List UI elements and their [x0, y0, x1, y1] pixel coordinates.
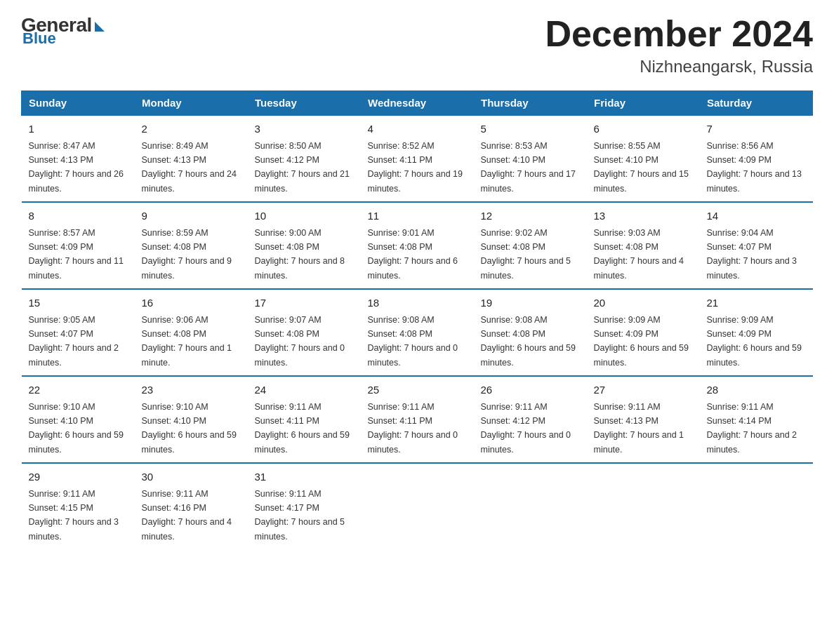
- day-number: 31: [255, 469, 354, 485]
- day-number: 2: [142, 121, 241, 137]
- page-header: General Blue December 2024 Nizhneangarsk…: [21, 14, 813, 76]
- calendar-cell: 14 Sunrise: 9:04 AMSunset: 4:07 PMDaylig…: [700, 202, 813, 289]
- calendar-cell: 31 Sunrise: 9:11 AMSunset: 4:17 PMDaylig…: [248, 463, 361, 549]
- day-info: Sunrise: 8:52 AMSunset: 4:11 PMDaylight:…: [368, 141, 463, 194]
- day-info: Sunrise: 9:10 AMSunset: 4:10 PMDaylight:…: [142, 402, 237, 455]
- day-info: Sunrise: 9:11 AMSunset: 4:14 PMDaylight:…: [707, 402, 797, 455]
- calendar-cell: 9 Sunrise: 8:59 AMSunset: 4:08 PMDayligh…: [135, 202, 248, 289]
- day-info: Sunrise: 8:49 AMSunset: 4:13 PMDaylight:…: [142, 141, 237, 194]
- day-info: Sunrise: 9:01 AMSunset: 4:08 PMDaylight:…: [368, 228, 458, 281]
- location-title: Nizhneangarsk, Russia: [545, 57, 813, 76]
- calendar-cell: 4 Sunrise: 8:52 AMSunset: 4:11 PMDayligh…: [361, 115, 474, 202]
- day-info: Sunrise: 8:53 AMSunset: 4:10 PMDaylight:…: [481, 141, 576, 194]
- calendar-week-row: 15 Sunrise: 9:05 AMSunset: 4:07 PMDaylig…: [22, 289, 813, 376]
- day-number: 12: [481, 208, 580, 224]
- calendar-header-row: SundayMondayTuesdayWednesdayThursdayFrid…: [22, 91, 813, 116]
- day-info: Sunrise: 9:11 AMSunset: 4:11 PMDaylight:…: [368, 402, 458, 455]
- day-number: 4: [368, 121, 467, 137]
- day-info: Sunrise: 9:11 AMSunset: 4:15 PMDaylight:…: [29, 489, 119, 542]
- calendar-cell: 23 Sunrise: 9:10 AMSunset: 4:10 PMDaylig…: [135, 376, 248, 463]
- day-number: 7: [707, 121, 806, 137]
- calendar-cell: 7 Sunrise: 8:56 AMSunset: 4:09 PMDayligh…: [700, 115, 813, 202]
- day-info: Sunrise: 8:56 AMSunset: 4:09 PMDaylight:…: [707, 141, 802, 194]
- calendar-cell: 27 Sunrise: 9:11 AMSunset: 4:13 PMDaylig…: [587, 376, 700, 463]
- day-number: 29: [29, 469, 128, 485]
- calendar-cell: 21 Sunrise: 9:09 AMSunset: 4:09 PMDaylig…: [700, 289, 813, 376]
- day-number: 14: [707, 208, 806, 224]
- day-info: Sunrise: 8:55 AMSunset: 4:10 PMDaylight:…: [594, 141, 689, 194]
- day-info: Sunrise: 9:04 AMSunset: 4:07 PMDaylight:…: [707, 228, 797, 281]
- calendar-cell: 24 Sunrise: 9:11 AMSunset: 4:11 PMDaylig…: [248, 376, 361, 463]
- day-info: Sunrise: 9:11 AMSunset: 4:12 PMDaylight:…: [481, 402, 571, 455]
- day-info: Sunrise: 9:06 AMSunset: 4:08 PMDaylight:…: [142, 315, 232, 368]
- day-info: Sunrise: 8:47 AMSunset: 4:13 PMDaylight:…: [29, 141, 124, 194]
- calendar-cell: 28 Sunrise: 9:11 AMSunset: 4:14 PMDaylig…: [700, 376, 813, 463]
- calendar-cell: 2 Sunrise: 8:49 AMSunset: 4:13 PMDayligh…: [135, 115, 248, 202]
- day-info: Sunrise: 9:09 AMSunset: 4:09 PMDaylight:…: [594, 315, 689, 368]
- day-number: 11: [368, 208, 467, 224]
- calendar-cell: 30 Sunrise: 9:11 AMSunset: 4:16 PMDaylig…: [135, 463, 248, 549]
- calendar-cell: [474, 463, 587, 549]
- calendar-table: SundayMondayTuesdayWednesdayThursdayFrid…: [21, 90, 813, 549]
- day-number: 18: [368, 295, 467, 311]
- header-sunday: Sunday: [22, 91, 135, 116]
- calendar-week-row: 1 Sunrise: 8:47 AMSunset: 4:13 PMDayligh…: [22, 115, 813, 202]
- day-number: 10: [255, 208, 354, 224]
- day-info: Sunrise: 9:11 AMSunset: 4:13 PMDaylight:…: [594, 402, 684, 455]
- day-number: 8: [29, 208, 128, 224]
- calendar-cell: 17 Sunrise: 9:07 AMSunset: 4:08 PMDaylig…: [248, 289, 361, 376]
- calendar-cell: 5 Sunrise: 8:53 AMSunset: 4:10 PMDayligh…: [474, 115, 587, 202]
- day-info: Sunrise: 9:05 AMSunset: 4:07 PMDaylight:…: [29, 315, 119, 368]
- calendar-cell: [700, 463, 813, 549]
- calendar-cell: [361, 463, 474, 549]
- calendar-cell: 15 Sunrise: 9:05 AMSunset: 4:07 PMDaylig…: [22, 289, 135, 376]
- day-info: Sunrise: 8:59 AMSunset: 4:08 PMDaylight:…: [142, 228, 232, 281]
- day-info: Sunrise: 9:07 AMSunset: 4:08 PMDaylight:…: [255, 315, 345, 368]
- title-section: December 2024 Nizhneangarsk, Russia: [545, 14, 813, 76]
- header-thursday: Thursday: [474, 91, 587, 116]
- day-number: 21: [707, 295, 806, 311]
- calendar-week-row: 29 Sunrise: 9:11 AMSunset: 4:15 PMDaylig…: [22, 463, 813, 549]
- day-info: Sunrise: 9:08 AMSunset: 4:08 PMDaylight:…: [481, 315, 576, 368]
- calendar-cell: [587, 463, 700, 549]
- day-number: 13: [594, 208, 693, 224]
- calendar-cell: 25 Sunrise: 9:11 AMSunset: 4:11 PMDaylig…: [361, 376, 474, 463]
- day-info: Sunrise: 9:11 AMSunset: 4:17 PMDaylight:…: [255, 489, 345, 542]
- calendar-cell: 6 Sunrise: 8:55 AMSunset: 4:10 PMDayligh…: [587, 115, 700, 202]
- header-tuesday: Tuesday: [248, 91, 361, 116]
- calendar-cell: 11 Sunrise: 9:01 AMSunset: 4:08 PMDaylig…: [361, 202, 474, 289]
- calendar-cell: 1 Sunrise: 8:47 AMSunset: 4:13 PMDayligh…: [22, 115, 135, 202]
- header-friday: Friday: [587, 91, 700, 116]
- day-number: 24: [255, 382, 354, 398]
- day-number: 17: [255, 295, 354, 311]
- day-info: Sunrise: 9:09 AMSunset: 4:09 PMDaylight:…: [707, 315, 802, 368]
- day-number: 6: [594, 121, 693, 137]
- day-info: Sunrise: 9:11 AMSunset: 4:11 PMDaylight:…: [255, 402, 350, 455]
- header-saturday: Saturday: [700, 91, 813, 116]
- calendar-cell: 10 Sunrise: 9:00 AMSunset: 4:08 PMDaylig…: [248, 202, 361, 289]
- day-number: 3: [255, 121, 354, 137]
- day-info: Sunrise: 8:57 AMSunset: 4:09 PMDaylight:…: [29, 228, 124, 281]
- calendar-week-row: 22 Sunrise: 9:10 AMSunset: 4:10 PMDaylig…: [22, 376, 813, 463]
- calendar-week-row: 8 Sunrise: 8:57 AMSunset: 4:09 PMDayligh…: [22, 202, 813, 289]
- day-number: 22: [29, 382, 128, 398]
- day-info: Sunrise: 9:10 AMSunset: 4:10 PMDaylight:…: [29, 402, 124, 455]
- calendar-cell: 29 Sunrise: 9:11 AMSunset: 4:15 PMDaylig…: [22, 463, 135, 549]
- day-number: 23: [142, 382, 241, 398]
- calendar-cell: 22 Sunrise: 9:10 AMSunset: 4:10 PMDaylig…: [22, 376, 135, 463]
- day-number: 26: [481, 382, 580, 398]
- day-info: Sunrise: 9:00 AMSunset: 4:08 PMDaylight:…: [255, 228, 345, 281]
- day-number: 15: [29, 295, 128, 311]
- calendar-cell: 19 Sunrise: 9:08 AMSunset: 4:08 PMDaylig…: [474, 289, 587, 376]
- calendar-cell: 13 Sunrise: 9:03 AMSunset: 4:08 PMDaylig…: [587, 202, 700, 289]
- calendar-cell: 18 Sunrise: 9:08 AMSunset: 4:08 PMDaylig…: [361, 289, 474, 376]
- day-number: 30: [142, 469, 241, 485]
- calendar-cell: 3 Sunrise: 8:50 AMSunset: 4:12 PMDayligh…: [248, 115, 361, 202]
- day-info: Sunrise: 9:08 AMSunset: 4:08 PMDaylight:…: [368, 315, 458, 368]
- day-number: 25: [368, 382, 467, 398]
- day-info: Sunrise: 9:02 AMSunset: 4:08 PMDaylight:…: [481, 228, 571, 281]
- logo: General Blue: [21, 14, 105, 48]
- month-title: December 2024: [545, 14, 813, 54]
- day-info: Sunrise: 9:11 AMSunset: 4:16 PMDaylight:…: [142, 489, 232, 542]
- day-number: 19: [481, 295, 580, 311]
